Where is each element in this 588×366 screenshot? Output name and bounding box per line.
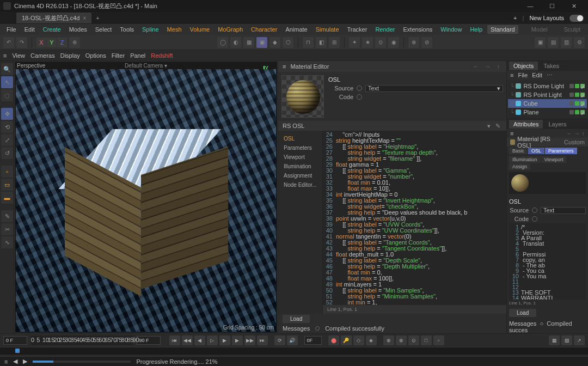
source-keyframe-icon[interactable] <box>357 86 362 91</box>
tl-extra-3-icon[interactable]: ↗ <box>574 335 585 345</box>
attr-code-dot-icon[interactable] <box>532 216 537 222</box>
search-icon[interactable]: 🔍 <box>1 63 13 75</box>
tool-7-icon[interactable]: ⊓ <box>303 37 314 48</box>
code-editor[interactable]: 24 "cm">// Inputs25string heightTexMap =… <box>323 131 506 305</box>
tl-extra-1-icon[interactable]: ▦ <box>549 335 560 345</box>
tool-9-icon[interactable]: ⊞ <box>329 37 340 48</box>
tab-takes[interactable]: Takes <box>539 62 564 70</box>
menu-file[interactable]: File <box>3 25 20 34</box>
axis-z[interactable]: Z <box>57 38 67 47</box>
layouts-label[interactable]: New Layouts <box>529 15 564 21</box>
knife-tool-icon[interactable]: ✂ <box>1 223 13 235</box>
menu-extensions[interactable]: Extensions <box>400 25 436 34</box>
tool-15-icon[interactable]: ⊘ <box>421 37 432 48</box>
source-dropdown[interactable]: Text▾ <box>365 85 503 92</box>
menu-volume[interactable]: Volume <box>187 25 213 34</box>
next-key-icon[interactable]: ▶▶ <box>244 335 255 345</box>
menu-tracker[interactable]: Tracker <box>344 25 371 34</box>
menu-modes[interactable]: Modes <box>66 25 90 34</box>
tool-11-icon[interactable]: ★ <box>362 37 373 48</box>
pos-key-icon[interactable]: ⊕ <box>383 335 394 345</box>
mode-standard[interactable]: Standard <box>487 25 518 34</box>
tool-1-icon[interactable]: ◯ <box>217 37 228 48</box>
play-back-icon[interactable]: ▷ <box>207 335 218 345</box>
object-item[interactable]: └RS Point Light✓ <box>508 90 587 99</box>
timeline-track[interactable] <box>0 347 588 355</box>
object-item[interactable]: └RS Dome Light✓ <box>508 82 587 90</box>
object-item[interactable]: └Plane✓ <box>508 108 587 117</box>
vp-redshift[interactable]: Redshift <box>151 52 173 59</box>
select-tool-icon[interactable]: ↖ <box>1 76 13 88</box>
load-button[interactable]: Load <box>283 315 310 323</box>
tool-8-icon[interactable]: ◧ <box>316 37 327 48</box>
timeline-end-field[interactable]: 90 F <box>137 336 161 345</box>
render-2-icon[interactable]: ▤ <box>548 37 559 48</box>
om-menu-icon[interactable]: ≡ <box>510 72 513 78</box>
redo-icon[interactable]: ↷ <box>16 37 27 48</box>
section-osl[interactable]: OSL <box>278 134 322 143</box>
timeline-start-field[interactable]: 0 F <box>3 336 27 345</box>
status-prev-icon[interactable]: ◀ <box>13 358 17 365</box>
menu-window[interactable]: Window <box>437 25 465 34</box>
attr-source-dropdown[interactable]: Text <box>541 207 586 214</box>
attr-tab-basic[interactable]: Basic <box>509 148 528 154</box>
vp-view[interactable]: View <box>12 52 25 59</box>
menu-create[interactable]: Create <box>40 25 64 34</box>
attr-tab-viewport[interactable]: Viewport <box>541 156 567 163</box>
tool-13-icon[interactable]: ◉ <box>388 37 399 48</box>
menu-render[interactable]: Render <box>372 25 398 34</box>
sound-icon[interactable]: 🔊 <box>287 335 298 345</box>
status-next-icon[interactable]: ▶ <box>23 358 27 365</box>
tab-objects[interactable]: Objects <box>509 62 538 70</box>
scale-key-icon[interactable]: ⊗ <box>396 335 407 345</box>
material-name[interactable]: RS OSL <box>283 123 304 129</box>
next-frame-icon[interactable]: ▶ <box>232 335 243 345</box>
key-1-icon[interactable]: ◇ <box>353 335 364 345</box>
section-illumination[interactable]: Illumination <box>278 162 322 171</box>
om-more[interactable]: ⋯ <box>547 72 553 79</box>
menu-character[interactable]: Character <box>248 25 280 34</box>
record-icon[interactable]: ⬤ <box>328 335 339 345</box>
render-settings-icon[interactable]: ⚙ <box>574 37 585 48</box>
move-tool-icon[interactable]: ✥ <box>1 108 13 120</box>
key-2-icon[interactable]: ◈ <box>366 335 377 345</box>
vp-menu-icon[interactable]: ≡ <box>3 52 7 59</box>
tool-10-icon[interactable]: ✦ <box>349 37 360 48</box>
add-tab-button[interactable]: + <box>91 15 103 21</box>
point-mode-icon[interactable]: ▫ <box>1 166 13 178</box>
attr-source-dot-icon[interactable] <box>532 208 537 213</box>
prev-key-icon[interactable]: ◀◀ <box>182 335 193 345</box>
recent-tool-icon[interactable]: ↺ <box>1 147 13 159</box>
attr-tab-osl[interactable]: OSL <box>528 148 544 154</box>
rotate-tool-icon[interactable]: ⟲ <box>1 121 13 133</box>
section-parameters[interactable]: Parameters <box>278 143 322 152</box>
tl-extra-2-icon[interactable]: ▧ <box>561 335 572 345</box>
add-layout-button[interactable]: + <box>513 15 517 21</box>
minimize-button[interactable]: — <box>519 0 541 12</box>
menu-help[interactable]: Help <box>467 25 486 34</box>
tool-6-icon[interactable]: ⬡ <box>283 37 293 48</box>
pla-key-icon[interactable]: ▫ <box>433 335 444 345</box>
tab-layers[interactable]: Layers <box>544 120 571 129</box>
brush-tool-icon[interactable]: ✎ <box>1 210 13 222</box>
om-file[interactable]: File <box>518 72 528 78</box>
material-preview[interactable] <box>281 75 324 118</box>
attr-code-editor[interactable]: 1/*2 Version:3A Parall4 Translat56 Permi… <box>509 223 586 300</box>
maximize-button[interactable]: ☐ <box>541 0 563 12</box>
lasso-tool-icon[interactable]: ◌ <box>1 89 13 101</box>
menu-animate[interactable]: Animate <box>282 25 310 34</box>
vp-cameras[interactable]: Cameras <box>30 52 55 59</box>
autokey-icon[interactable]: 🔑 <box>341 335 352 345</box>
am-menu-icon[interactable]: ≡ <box>510 130 513 137</box>
tool-14-icon[interactable]: ⊗ <box>408 37 419 48</box>
attr-material-preview[interactable] <box>509 172 586 194</box>
axis-x[interactable]: X <box>36 38 46 47</box>
poly-mode-icon[interactable]: ▬ <box>1 192 13 204</box>
tab-attributes[interactable]: Attributes <box>509 120 543 129</box>
code-keyframe-icon[interactable] <box>357 94 362 100</box>
attr-tab-parameters[interactable]: Parameters <box>545 148 577 154</box>
undo-icon[interactable]: ↶ <box>3 37 14 48</box>
attr-load-button[interactable]: Load <box>509 309 536 317</box>
vp-options[interactable]: Options <box>85 52 106 59</box>
attribute-custom[interactable]: Custom <box>564 139 585 145</box>
